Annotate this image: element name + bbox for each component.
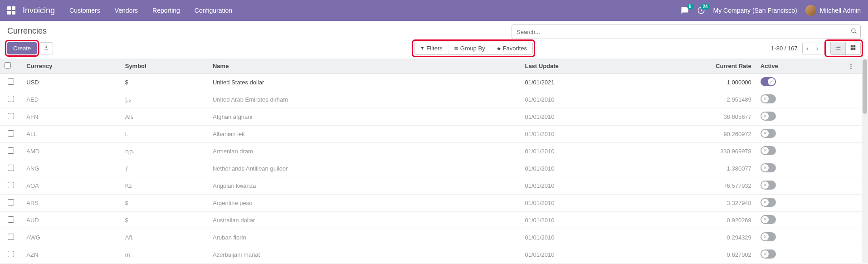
row-checkbox[interactable] bbox=[8, 199, 14, 205]
active-toggle[interactable]: ✕ bbox=[761, 94, 776, 103]
svg-rect-11 bbox=[836, 49, 837, 49]
th-active[interactable]: Active bbox=[756, 59, 844, 74]
table-row[interactable]: ARS$Argentine peso01/01/20103.327948✕ bbox=[0, 195, 862, 212]
kanban-view-button[interactable] bbox=[846, 42, 860, 54]
svg-rect-6 bbox=[454, 49, 458, 50]
cell-active: ✕ bbox=[756, 229, 844, 246]
app-brand[interactable]: Invoicing bbox=[23, 6, 55, 15]
cell-symbol: դր. bbox=[121, 143, 208, 160]
vertical-scrollbar[interactable] bbox=[862, 59, 868, 264]
row-checkbox[interactable] bbox=[8, 234, 14, 240]
avatar bbox=[805, 5, 816, 16]
cell-currency: AMD bbox=[22, 143, 120, 160]
active-toggle[interactable]: ✕ bbox=[761, 163, 776, 172]
cell-rate: 0.294329 bbox=[707, 229, 756, 246]
cell-active: ✕ bbox=[756, 177, 844, 195]
table-row[interactable]: AWGAfl.Aruban florin01/01/20100.294329✕ bbox=[0, 229, 862, 246]
cell-currency: ANG bbox=[22, 160, 120, 177]
main-menu: Customers Vendors Reporting Configuratio… bbox=[69, 7, 232, 14]
pager-counter[interactable]: 1-80 / 167 bbox=[771, 45, 798, 52]
export-button[interactable] bbox=[39, 42, 53, 54]
table-row[interactable]: AMDդր.Armenian dram01/01/2010330.969978✕ bbox=[0, 143, 862, 160]
row-checkbox[interactable] bbox=[8, 113, 14, 119]
th-rate[interactable]: Current Rate bbox=[707, 59, 756, 74]
menu-customers[interactable]: Customers bbox=[69, 7, 100, 14]
menu-configuration[interactable]: Configuration bbox=[195, 7, 232, 14]
company-selector[interactable]: My Company (San Francisco) bbox=[713, 7, 797, 14]
cell-name: United States dollar bbox=[208, 74, 520, 91]
active-toggle[interactable]: ✕ bbox=[761, 146, 776, 155]
cell-update: 01/01/2010 bbox=[520, 143, 707, 160]
active-toggle[interactable]: ✕ bbox=[761, 112, 776, 121]
search-input[interactable] bbox=[512, 24, 861, 39]
th-currency[interactable]: Currency bbox=[22, 59, 120, 74]
menu-reporting[interactable]: Reporting bbox=[152, 7, 180, 14]
cell-name: Armenian dram bbox=[208, 143, 520, 160]
cell-currency: ALL bbox=[22, 126, 120, 143]
filters-button[interactable]: Filters bbox=[414, 42, 448, 54]
user-menu[interactable]: Mitchell Admin bbox=[805, 5, 861, 16]
active-toggle[interactable]: ✓ bbox=[761, 77, 776, 86]
cell-currency: USD bbox=[22, 74, 120, 91]
cell-active: ✕ bbox=[756, 212, 844, 229]
cell-update: 01/01/2010 bbox=[520, 212, 707, 229]
row-checkbox[interactable] bbox=[8, 216, 14, 223]
discuss-indicator[interactable]: 5 bbox=[681, 6, 689, 15]
cell-name: Aruban florin bbox=[208, 229, 520, 246]
cell-currency: AUD bbox=[22, 212, 120, 229]
pager-next[interactable]: › bbox=[812, 43, 822, 54]
cell-symbol: Afl. bbox=[121, 229, 208, 246]
pager-prev[interactable]: ‹ bbox=[803, 43, 813, 54]
groupby-button[interactable]: Group By bbox=[449, 42, 491, 54]
svg-line-2 bbox=[855, 32, 857, 34]
cell-currency: AWG bbox=[22, 229, 120, 246]
row-checkbox[interactable] bbox=[8, 130, 14, 137]
active-toggle[interactable]: ✕ bbox=[761, 129, 776, 138]
active-toggle[interactable]: ✕ bbox=[761, 198, 776, 207]
activity-indicator[interactable]: 24 bbox=[697, 6, 705, 15]
active-toggle[interactable]: ✕ bbox=[761, 181, 776, 190]
cell-rate: 1.380077 bbox=[707, 160, 756, 177]
list-view-icon bbox=[835, 44, 841, 51]
th-last-update[interactable]: Last Update bbox=[520, 59, 707, 74]
cell-update: 01/01/2021 bbox=[520, 74, 707, 91]
menu-vendors[interactable]: Vendors bbox=[115, 7, 138, 14]
cell-rate: 2.951489 bbox=[707, 91, 756, 108]
table-row[interactable]: ANGƒNetherlands Antillean guilder01/01/2… bbox=[0, 160, 862, 177]
cell-update: 01/01/2010 bbox=[520, 246, 707, 264]
search-icon[interactable] bbox=[851, 28, 857, 36]
svg-rect-4 bbox=[454, 47, 458, 48]
table-row[interactable]: AFNAfsAfghan afghani01/01/201038.805677✕ bbox=[0, 108, 862, 126]
star-icon bbox=[497, 46, 501, 51]
row-checkbox[interactable] bbox=[8, 251, 14, 257]
table-row[interactable]: ALLLAlbanian lek01/01/201090.260972✕ bbox=[0, 126, 862, 143]
create-button[interactable]: Create bbox=[7, 42, 37, 54]
th-symbol[interactable]: Symbol bbox=[121, 59, 208, 74]
kanban-view-icon bbox=[850, 44, 856, 51]
table-row[interactable]: USD$United States dollar01/01/20211.0000… bbox=[0, 74, 862, 91]
active-toggle[interactable]: ✕ bbox=[761, 215, 776, 224]
row-checkbox[interactable] bbox=[8, 147, 14, 154]
svg-rect-9 bbox=[836, 47, 837, 48]
table-row[interactable]: AZNmAzerbaijani manat01/01/20100.627902✕ bbox=[0, 246, 862, 264]
cell-update: 01/01/2010 bbox=[520, 160, 707, 177]
row-checkbox[interactable] bbox=[8, 78, 14, 85]
apps-icon[interactable] bbox=[7, 6, 15, 15]
row-checkbox[interactable] bbox=[8, 96, 14, 102]
favorites-button[interactable]: Favorites bbox=[491, 42, 532, 54]
row-checkbox[interactable] bbox=[8, 182, 14, 188]
th-optional-fields[interactable]: ⋮ bbox=[844, 59, 862, 74]
cell-rate: 1.000000 bbox=[707, 74, 756, 91]
cell-rate: 76.577932 bbox=[707, 177, 756, 195]
cell-name: Azerbaijani manat bbox=[208, 246, 520, 264]
table-row[interactable]: AEDد.إUnited Arab Emirates dirham01/01/2… bbox=[0, 91, 862, 108]
active-toggle[interactable]: ✕ bbox=[761, 232, 776, 241]
row-checkbox[interactable] bbox=[8, 165, 14, 171]
select-all-checkbox[interactable] bbox=[5, 62, 11, 68]
table-row[interactable]: AUD$Australian dollar01/01/20100.920269✕ bbox=[0, 212, 862, 229]
cell-active: ✕ bbox=[756, 160, 844, 177]
list-view-button[interactable] bbox=[831, 42, 846, 54]
active-toggle[interactable]: ✕ bbox=[761, 249, 776, 259]
table-row[interactable]: AOAKzAngolan kwanza01/01/201076.577932✕ bbox=[0, 177, 862, 195]
th-name[interactable]: Name bbox=[208, 59, 520, 74]
